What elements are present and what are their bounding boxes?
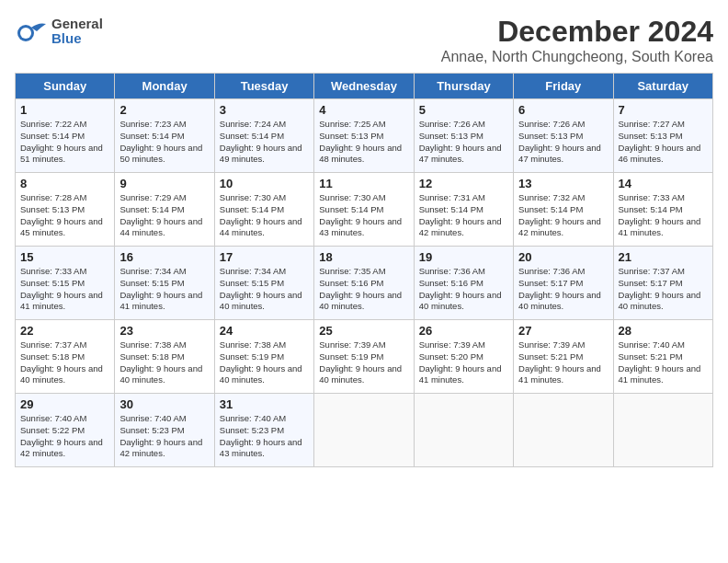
weekday-header: Sunday [16,74,115,99]
day-info: Sunrise: 7:38 AM Sunset: 5:19 PM Dayligh… [220,339,309,386]
weekday-header: Saturday [613,74,712,99]
calendar-cell: 28Sunrise: 7:40 AM Sunset: 5:21 PM Dayli… [613,320,712,394]
calendar-cell: 12Sunrise: 7:31 AM Sunset: 5:14 PM Dayli… [414,173,513,247]
day-number: 18 [319,250,408,264]
calendar-cell: 15Sunrise: 7:33 AM Sunset: 5:15 PM Dayli… [16,247,115,320]
calendar-table: SundayMondayTuesdayWednesdayThursdayFrid… [15,73,713,467]
calendar-cell [514,394,613,467]
day-info: Sunrise: 7:23 AM Sunset: 5:14 PM Dayligh… [119,119,209,166]
calendar-cell [314,394,414,467]
day-number: 9 [119,177,209,190]
day-number: 17 [220,250,309,264]
calendar-week-row: 29Sunrise: 7:40 AM Sunset: 5:22 PM Dayli… [16,394,713,467]
weekday-header: Friday [514,74,613,99]
day-info: Sunrise: 7:40 AM Sunset: 5:22 PM Dayligh… [20,413,109,460]
day-number: 23 [119,324,209,338]
calendar-week-row: 1Sunrise: 7:22 AM Sunset: 5:14 PM Daylig… [16,99,713,173]
day-info: Sunrise: 7:33 AM Sunset: 5:15 PM Dayligh… [20,266,109,313]
day-number: 8 [20,177,109,190]
day-number: 16 [119,250,209,264]
page-header: General Blue December 2024 Annae, North … [15,15,713,65]
day-number: 6 [518,103,608,117]
day-info: Sunrise: 7:30 AM Sunset: 5:14 PM Dayligh… [220,192,309,239]
calendar-cell: 5Sunrise: 7:26 AM Sunset: 5:13 PM Daylig… [414,99,513,173]
day-number: 29 [20,397,109,411]
day-info: Sunrise: 7:39 AM Sunset: 5:21 PM Dayligh… [518,339,608,386]
day-number: 15 [20,250,109,264]
calendar-cell [613,394,712,467]
calendar-cell: 22Sunrise: 7:37 AM Sunset: 5:18 PM Dayli… [16,320,115,394]
day-number: 11 [319,177,408,190]
day-number: 20 [518,250,608,264]
calendar-cell: 21Sunrise: 7:37 AM Sunset: 5:17 PM Dayli… [613,247,712,320]
day-number: 3 [220,103,309,117]
calendar-week-row: 8Sunrise: 7:28 AM Sunset: 5:13 PM Daylig… [16,173,713,247]
calendar-cell: 14Sunrise: 7:33 AM Sunset: 5:14 PM Dayli… [613,173,712,247]
day-info: Sunrise: 7:40 AM Sunset: 5:23 PM Dayligh… [220,413,309,460]
calendar-cell: 3Sunrise: 7:24 AM Sunset: 5:14 PM Daylig… [214,99,313,173]
logo-icon [15,15,48,48]
day-number: 26 [419,324,508,338]
day-number: 13 [518,177,608,190]
day-number: 12 [419,177,508,190]
day-number: 5 [419,103,508,117]
calendar-cell [414,394,513,467]
day-info: Sunrise: 7:36 AM Sunset: 5:17 PM Dayligh… [518,266,608,313]
calendar-cell: 29Sunrise: 7:40 AM Sunset: 5:22 PM Dayli… [16,394,115,467]
weekday-header: Monday [115,74,214,99]
calendar-subtitle: Annae, North Chungcheong, South Korea [441,49,713,65]
day-info: Sunrise: 7:37 AM Sunset: 5:18 PM Dayligh… [20,339,109,386]
calendar-title: December 2024 [441,15,713,49]
day-info: Sunrise: 7:26 AM Sunset: 5:13 PM Dayligh… [518,119,608,166]
calendar-cell: 7Sunrise: 7:27 AM Sunset: 5:13 PM Daylig… [613,99,712,173]
day-info: Sunrise: 7:31 AM Sunset: 5:14 PM Dayligh… [419,192,508,239]
day-number: 10 [220,177,309,190]
logo: General Blue [15,15,103,48]
day-info: Sunrise: 7:36 AM Sunset: 5:16 PM Dayligh… [419,266,508,313]
day-number: 31 [220,397,309,411]
calendar-cell: 2Sunrise: 7:23 AM Sunset: 5:14 PM Daylig… [115,99,214,173]
calendar-cell: 8Sunrise: 7:28 AM Sunset: 5:13 PM Daylig… [16,173,115,247]
day-info: Sunrise: 7:24 AM Sunset: 5:14 PM Dayligh… [220,119,309,166]
calendar-cell: 31Sunrise: 7:40 AM Sunset: 5:23 PM Dayli… [214,394,313,467]
calendar-cell: 26Sunrise: 7:39 AM Sunset: 5:20 PM Dayli… [414,320,513,394]
calendar-week-row: 15Sunrise: 7:33 AM Sunset: 5:15 PM Dayli… [16,247,713,320]
day-number: 28 [619,324,708,338]
svg-point-1 [20,28,31,39]
calendar-week-row: 22Sunrise: 7:37 AM Sunset: 5:18 PM Dayli… [16,320,713,394]
day-info: Sunrise: 7:38 AM Sunset: 5:18 PM Dayligh… [119,339,209,386]
weekday-header: Tuesday [214,74,313,99]
day-info: Sunrise: 7:40 AM Sunset: 5:23 PM Dayligh… [119,413,209,460]
logo-line2: Blue [51,31,103,47]
day-info: Sunrise: 7:37 AM Sunset: 5:17 PM Dayligh… [619,266,708,313]
day-info: Sunrise: 7:39 AM Sunset: 5:20 PM Dayligh… [419,339,508,386]
day-info: Sunrise: 7:30 AM Sunset: 5:14 PM Dayligh… [319,192,408,239]
day-number: 14 [619,177,708,190]
day-info: Sunrise: 7:35 AM Sunset: 5:16 PM Dayligh… [319,266,408,313]
day-info: Sunrise: 7:29 AM Sunset: 5:14 PM Dayligh… [119,192,209,239]
day-info: Sunrise: 7:22 AM Sunset: 5:14 PM Dayligh… [20,119,109,166]
day-number: 7 [619,103,708,117]
calendar-cell: 11Sunrise: 7:30 AM Sunset: 5:14 PM Dayli… [314,173,414,247]
day-info: Sunrise: 7:28 AM Sunset: 5:13 PM Dayligh… [20,192,109,239]
weekday-header-row: SundayMondayTuesdayWednesdayThursdayFrid… [16,74,713,99]
day-number: 22 [20,324,109,338]
calendar-cell: 6Sunrise: 7:26 AM Sunset: 5:13 PM Daylig… [514,99,613,173]
day-number: 30 [119,397,209,411]
day-number: 1 [20,103,109,117]
calendar-cell: 18Sunrise: 7:35 AM Sunset: 5:16 PM Dayli… [314,247,414,320]
calendar-cell: 23Sunrise: 7:38 AM Sunset: 5:18 PM Dayli… [115,320,214,394]
calendar-cell: 10Sunrise: 7:30 AM Sunset: 5:14 PM Dayli… [214,173,313,247]
day-info: Sunrise: 7:39 AM Sunset: 5:19 PM Dayligh… [319,339,408,386]
day-number: 25 [319,324,408,338]
calendar-cell: 1Sunrise: 7:22 AM Sunset: 5:14 PM Daylig… [16,99,115,173]
calendar-cell: 16Sunrise: 7:34 AM Sunset: 5:15 PM Dayli… [115,247,214,320]
calendar-cell: 25Sunrise: 7:39 AM Sunset: 5:19 PM Dayli… [314,320,414,394]
day-info: Sunrise: 7:27 AM Sunset: 5:13 PM Dayligh… [619,119,708,166]
calendar-cell: 19Sunrise: 7:36 AM Sunset: 5:16 PM Dayli… [414,247,513,320]
logo-line1: General [51,17,103,32]
day-info: Sunrise: 7:32 AM Sunset: 5:14 PM Dayligh… [518,192,608,239]
calendar-cell: 20Sunrise: 7:36 AM Sunset: 5:17 PM Dayli… [514,247,613,320]
calendar-cell: 27Sunrise: 7:39 AM Sunset: 5:21 PM Dayli… [514,320,613,394]
calendar-cell: 30Sunrise: 7:40 AM Sunset: 5:23 PM Dayli… [115,394,214,467]
